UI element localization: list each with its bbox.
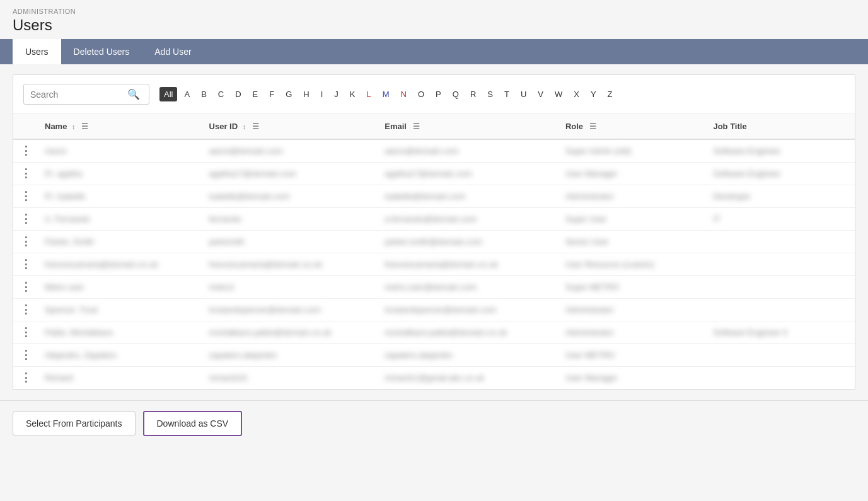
table-header-row: Name ↕ ☰ User ID ↕ ☰ Email ☰ Role ☰ (13, 114, 855, 139)
name-filter-icon[interactable]: ☰ (81, 122, 88, 131)
alpha-btn-y[interactable]: Y (586, 87, 601, 101)
row-email: isabelle@domain.com (378, 185, 559, 208)
tab-add-user[interactable]: Add User (142, 39, 204, 64)
row-menu-cell: ⋮ (13, 139, 38, 163)
row-jobtitle: Software Engineer II (707, 321, 855, 344)
row-menu-cell: ⋮ (13, 299, 38, 321)
row-email: metro.user@domain.com (378, 276, 559, 299)
alpha-btn-b[interactable]: B (197, 87, 211, 101)
row-jobtitle (707, 344, 855, 367)
search-icon[interactable]: 🔍 (127, 88, 140, 100)
alpha-btn-r[interactable]: R (466, 87, 480, 101)
alpha-btn-l[interactable]: L (362, 87, 376, 101)
row-userid: agatha17@domain.com (203, 163, 379, 185)
row-name: Metro user (38, 276, 203, 299)
search-input[interactable] (30, 89, 125, 100)
row-menu-icon[interactable]: ⋮ (20, 192, 32, 200)
row-role: Administrator (559, 299, 707, 321)
row-menu-cell: ⋮ (13, 185, 38, 208)
row-email: agatha17@domain.com (378, 163, 559, 185)
download-csv-button[interactable]: Download as CSV (143, 411, 243, 436)
row-menu-cell: ⋮ (13, 231, 38, 253)
alpha-btn-p[interactable]: P (431, 87, 446, 101)
alpha-btn-a[interactable]: A (180, 87, 194, 101)
alpha-btn-all[interactable]: All (159, 87, 177, 101)
alpha-btn-t[interactable]: T (500, 87, 514, 101)
row-email: aaron@domain.com (378, 139, 559, 163)
row-role: Super Admin (old) (559, 139, 707, 163)
row-name: Pr. Isabelle (38, 185, 203, 208)
alpha-btn-d[interactable]: D (231, 87, 245, 101)
alpha-btn-i[interactable]: I (316, 87, 328, 101)
alpha-btn-x[interactable]: X (569, 87, 584, 101)
table-row: ⋮ Richard richard101 richard11@gmail.abc… (13, 367, 855, 389)
row-jobtitle: Developer (707, 185, 855, 208)
row-jobtitle: Software Engineer (707, 163, 855, 185)
row-userid: zapatero.alejandro (203, 344, 379, 367)
row-menu-icon[interactable]: ⋮ (20, 237, 32, 246)
alpha-btn-m[interactable]: M (378, 87, 394, 101)
row-menu-icon[interactable]: ⋮ (20, 350, 32, 359)
row-menu-icon[interactable]: ⋮ (20, 305, 32, 314)
row-menu-icon[interactable]: ⋮ (20, 260, 32, 268)
alpha-btn-w[interactable]: W (550, 87, 567, 101)
table-row: ⋮ Pablo, Montalbano montalbano.pablo@dom… (13, 321, 855, 344)
row-menu-icon[interactable]: ⋮ (20, 169, 32, 178)
alpha-btn-u[interactable]: U (516, 87, 531, 101)
search-filter-bar: 🔍 AllABCDEFGHIJKLMNOPQRSTUVWXYZ (13, 75, 855, 114)
row-userid: richard101 (203, 367, 379, 389)
row-menu-icon[interactable]: ⋮ (20, 328, 32, 337)
row-menu-cell: ⋮ (13, 367, 38, 389)
name-sort-icon[interactable]: ↕ (72, 123, 76, 130)
alpha-btn-o[interactable]: O (414, 87, 429, 101)
row-menu-cell: ⋮ (13, 321, 38, 344)
col-header-role: Role ☰ (559, 114, 707, 139)
row-name: Parker, Smith (38, 231, 203, 253)
select-from-participants-button[interactable]: Select From Participants (13, 412, 136, 435)
userid-sort-icon[interactable]: ↕ (243, 123, 246, 130)
row-name: Spencer, Trust (38, 299, 203, 321)
row-menu-icon[interactable]: ⋮ (20, 373, 32, 382)
row-userid: fernando (203, 208, 379, 231)
table-row: ⋮ Pr. agatha agatha17@domain.com agatha1… (13, 163, 855, 185)
row-userid: metro1 (203, 276, 379, 299)
alpha-btn-c[interactable]: C (214, 87, 228, 101)
userid-filter-icon[interactable]: ☰ (252, 122, 259, 131)
alpha-btn-f[interactable]: F (265, 87, 279, 101)
alpha-btn-n[interactable]: N (396, 87, 411, 101)
row-menu-icon[interactable]: ⋮ (20, 214, 32, 223)
alpha-btn-h[interactable]: H (299, 87, 313, 101)
table-row: ⋮ Parker, Smith parksmith parker.smith@d… (13, 231, 855, 253)
row-role: User Manager (559, 367, 707, 389)
tab-deleted-users[interactable]: Deleted Users (61, 39, 142, 64)
row-userid: isabelle@domain.com (203, 185, 379, 208)
row-menu-cell: ⋮ (13, 163, 38, 185)
role-filter-icon[interactable]: ☰ (589, 122, 596, 131)
alpha-btn-e[interactable]: E (248, 87, 263, 101)
alpha-btn-z[interactable]: Z (603, 87, 617, 101)
alpha-btn-s[interactable]: S (483, 87, 497, 101)
row-menu-icon[interactable]: ⋮ (20, 146, 32, 155)
alpha-btn-q[interactable]: Q (448, 87, 463, 101)
row-menu-cell: ⋮ (13, 344, 38, 367)
row-menu-cell: ⋮ (13, 208, 38, 231)
alpha-filter: AllABCDEFGHIJKLMNOPQRSTUVWXYZ (159, 87, 617, 101)
alpha-btn-j[interactable]: J (330, 87, 343, 101)
row-role: User Manager (559, 163, 707, 185)
row-name: Richard (38, 367, 203, 389)
row-role: Super METRO (559, 276, 707, 299)
email-filter-icon[interactable]: ☰ (413, 122, 420, 131)
tab-users[interactable]: Users (13, 39, 61, 64)
table-row: ⋮ francescamaria@domain.co.uk francescam… (13, 253, 855, 276)
row-menu-icon[interactable]: ⋮ (20, 282, 32, 291)
row-name: Aaron (38, 139, 203, 163)
alpha-btn-g[interactable]: G (281, 87, 296, 101)
row-name: Pablo, Montalbano (38, 321, 203, 344)
row-name: Alejandro, Zapatero (38, 344, 203, 367)
footer-bar: Select From Participants Download as CSV (0, 400, 868, 446)
table-row: ⋮ Metro user metro1 metro.user@domain.co… (13, 276, 855, 299)
alpha-btn-k[interactable]: K (345, 87, 360, 101)
alpha-btn-v[interactable]: V (533, 87, 548, 101)
row-role: Administrator (559, 185, 707, 208)
row-userid: montalbano.pablo@domain.co.uk (203, 321, 379, 344)
